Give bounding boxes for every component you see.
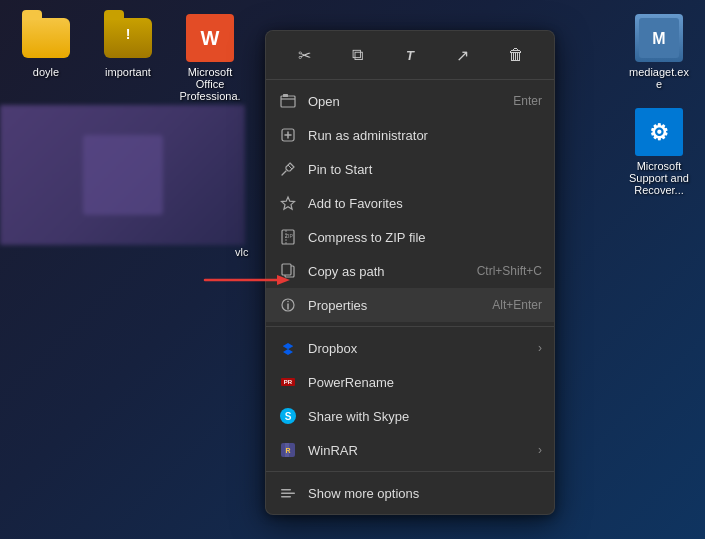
menu-item-copy-path-shortcut: Ctrl+Shift+C xyxy=(477,264,542,278)
cut-icon: ✂ xyxy=(298,46,311,65)
svg-text:⚙: ⚙ xyxy=(649,120,669,145)
menu-item-share-skype[interactable]: S Share with Skype xyxy=(266,399,554,433)
menu-item-share-skype-label: Share with Skype xyxy=(308,409,542,424)
winrar-icon: R xyxy=(278,440,298,460)
open-icon xyxy=(278,91,298,111)
desktop-icon-ms-support[interactable]: ⚙ Microsoft Support and Recover... xyxy=(623,104,695,200)
folder-icon-important: ! xyxy=(104,14,152,62)
icon-label-mediaget: mediaget.exe xyxy=(627,66,691,90)
powerrename-icon: PR xyxy=(278,372,298,392)
ms-support-icon: ⚙ xyxy=(635,108,683,156)
menu-item-show-more-label: Show more options xyxy=(308,486,542,501)
context-menu: ✂ ⧉ T ↗ 🗑 xyxy=(265,30,555,515)
desktop-icon-office[interactable]: W Microsoft Office Professiona... xyxy=(174,10,246,118)
menu-divider-1 xyxy=(266,326,554,327)
toolbar-cut-button[interactable]: ✂ xyxy=(288,39,320,71)
share-icon: ↗ xyxy=(456,46,469,65)
desktop-icon-doyle[interactable]: doyle xyxy=(10,10,82,118)
thumbnail-area xyxy=(0,105,245,245)
context-menu-items: Open Enter Run as administrator xyxy=(266,80,554,514)
skype-icon: S xyxy=(278,406,298,426)
menu-item-dropbox[interactable]: Dropbox › xyxy=(266,331,554,365)
menu-item-dropbox-label: Dropbox xyxy=(308,341,538,356)
menu-item-copy-path[interactable]: Copy as path Ctrl+Shift+C xyxy=(266,254,554,288)
menu-item-compress-zip-label: Compress to ZIP file xyxy=(308,230,542,245)
menu-divider-2 xyxy=(266,471,554,472)
run-admin-icon xyxy=(278,125,298,145)
more-options-icon xyxy=(278,483,298,503)
svg-rect-10 xyxy=(282,264,291,275)
menu-item-favorites[interactable]: Add to Favorites xyxy=(266,186,554,220)
menu-item-winrar[interactable]: R WinRAR › xyxy=(266,433,554,467)
context-menu-toolbar: ✂ ⧉ T ↗ 🗑 xyxy=(266,31,554,80)
toolbar-delete-button[interactable]: 🗑 xyxy=(500,39,532,71)
menu-item-powerrename-label: PowerRename xyxy=(308,375,542,390)
toolbar-share-button[interactable]: ↗ xyxy=(447,39,479,71)
menu-item-properties[interactable]: Properties Alt+Enter xyxy=(266,288,554,322)
svg-text:ZIP: ZIP xyxy=(285,233,293,239)
menu-item-compress-zip[interactable]: ZIP Compress to ZIP file xyxy=(266,220,554,254)
icon-label-important: important xyxy=(105,66,151,78)
svg-text:R: R xyxy=(285,447,290,454)
menu-item-favorites-label: Add to Favorites xyxy=(308,196,542,211)
dropbox-submenu-arrow: › xyxy=(538,341,542,355)
icon-label-ms-support: Microsoft Support and Recover... xyxy=(627,160,691,196)
rename-icon: T xyxy=(406,48,414,63)
desktop: doyle ! important W Microsoft Office Pro… xyxy=(0,0,705,539)
menu-item-winrar-label: WinRAR xyxy=(308,443,538,458)
menu-item-copy-path-label: Copy as path xyxy=(308,264,467,279)
toolbar-rename-button[interactable]: T xyxy=(394,39,426,71)
zip-icon: ZIP xyxy=(278,227,298,247)
menu-item-run-admin[interactable]: Run as administrator xyxy=(266,118,554,152)
menu-item-pin-start[interactable]: Pin to Start xyxy=(266,152,554,186)
pin-icon xyxy=(278,159,298,179)
office-icon: W xyxy=(186,14,234,62)
menu-item-powerrename[interactable]: PR PowerRename xyxy=(266,365,554,399)
menu-item-pin-start-label: Pin to Start xyxy=(308,162,542,177)
svg-rect-20 xyxy=(281,496,291,498)
right-icons-area: M mediaget.exe ⚙ Microsoft Support and R… xyxy=(613,0,705,210)
menu-item-run-admin-label: Run as administrator xyxy=(308,128,542,143)
svg-rect-18 xyxy=(281,489,291,491)
svg-rect-4 xyxy=(281,96,295,107)
svg-rect-5 xyxy=(283,94,288,97)
menu-item-properties-shortcut: Alt+Enter xyxy=(492,298,542,312)
svg-rect-19 xyxy=(281,493,295,495)
copy-icon: ⧉ xyxy=(352,46,363,64)
dropbox-icon xyxy=(278,338,298,358)
svg-text:M: M xyxy=(652,30,665,47)
toolbar-copy-button[interactable]: ⧉ xyxy=(341,39,373,71)
menu-item-open[interactable]: Open Enter xyxy=(266,84,554,118)
svg-point-12 xyxy=(287,301,289,303)
menu-item-show-more[interactable]: Show more options xyxy=(266,476,554,510)
favorites-icon xyxy=(278,193,298,213)
menu-item-open-label: Open xyxy=(308,94,503,109)
mediaget-icon: M xyxy=(635,14,683,62)
svg-text:PR: PR xyxy=(284,379,293,385)
winrar-submenu-arrow: › xyxy=(538,443,542,457)
desktop-icon-important[interactable]: ! important xyxy=(92,10,164,118)
folder-icon-doyle xyxy=(22,14,70,62)
delete-icon: 🗑 xyxy=(508,46,524,64)
properties-icon xyxy=(278,295,298,315)
vlc-label: vlc xyxy=(235,246,248,258)
copy-path-icon xyxy=(278,261,298,281)
icon-label-doyle: doyle xyxy=(33,66,59,78)
menu-item-properties-label: Properties xyxy=(308,298,482,313)
menu-item-open-shortcut: Enter xyxy=(513,94,542,108)
desktop-icon-mediaget[interactable]: M mediaget.exe xyxy=(623,10,695,94)
